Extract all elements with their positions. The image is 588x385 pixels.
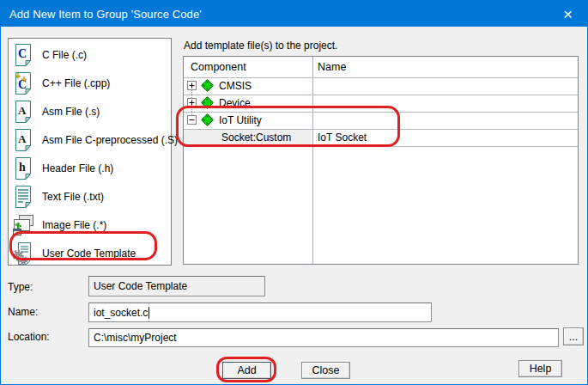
list-item-asm-file-preprocessed[interactable]: A Asm File C-preprocessed (.S) xyxy=(10,125,168,154)
tree-row-socket-custom[interactable]: Socket:Custom IoT Socket xyxy=(184,129,578,146)
tree-label[interactable]: Socket:Custom xyxy=(221,129,291,146)
browse-button[interactable]: ... xyxy=(563,327,584,345)
type-label: Type: xyxy=(8,281,33,293)
list-item-label: Asm File (.s) xyxy=(36,106,100,118)
list-item-header-file[interactable]: h Header File (.h) xyxy=(10,154,168,182)
text-caret xyxy=(149,307,149,319)
text-file-icon xyxy=(10,185,36,209)
name-label: Name: xyxy=(8,306,38,318)
tree-label[interactable]: CMSIS xyxy=(219,77,252,95)
component-diamond-icon xyxy=(201,96,214,109)
close-button[interactable]: × xyxy=(549,1,587,27)
name-input[interactable]: iot_socket.c xyxy=(88,302,432,322)
list-item-cpp-file[interactable]: C + + C++ File (.cpp) xyxy=(10,69,168,97)
titlebar[interactable]: Add New Item to Group 'Source Code' × xyxy=(1,1,587,27)
svg-text:h: h xyxy=(19,161,26,174)
list-item-text-file[interactable]: Text File (.txt) xyxy=(10,182,168,211)
component-diamond-icon xyxy=(201,113,214,126)
user-code-template-icon xyxy=(10,241,36,266)
type-field: User Code Template xyxy=(88,276,265,296)
asm-preprocessed-file-icon: A xyxy=(10,128,36,152)
tree-name-cell[interactable]: IoT Socket xyxy=(318,129,367,146)
expand-plus-icon[interactable] xyxy=(187,81,197,90)
image-file-icon xyxy=(10,214,36,236)
list-item-label: Asm File C-preprocessed (.S) xyxy=(36,134,178,146)
help-button[interactable]: Help xyxy=(518,360,562,377)
column-header-name[interactable]: Name xyxy=(318,57,346,77)
template-table[interactable]: Component Name xyxy=(183,56,579,265)
list-item-c-file[interactable]: C C File (.c) xyxy=(10,40,168,69)
list-item-image-file[interactable]: Image File (.*) xyxy=(10,211,168,239)
c-file-icon: C xyxy=(10,43,36,67)
list-item-label: User Code Template xyxy=(36,248,136,260)
add-new-item-dialog: Add New Item to Group 'Source Code' × C … xyxy=(0,0,588,385)
list-item-user-code-template[interactable]: User Code Template xyxy=(10,239,168,267)
tree-label[interactable]: Device xyxy=(219,95,251,112)
location-input[interactable]: C:\misc\myProject xyxy=(88,328,559,347)
svg-text:+: + xyxy=(15,71,21,81)
list-item-asm-file[interactable]: A Asm File (.s) xyxy=(10,97,168,125)
collapse-minus-icon[interactable] xyxy=(187,115,197,125)
list-item-label: C++ File (.cpp) xyxy=(36,77,110,89)
svg-text:+: + xyxy=(21,75,27,84)
tree-label[interactable]: IoT Utility xyxy=(219,112,262,129)
column-header-component[interactable]: Component xyxy=(191,57,246,77)
expand-plus-icon[interactable] xyxy=(187,98,197,107)
list-item-label: Header File (.h) xyxy=(36,162,113,174)
svg-text:A: A xyxy=(18,104,27,117)
list-item-label: Text File (.txt) xyxy=(36,191,104,203)
add-button[interactable]: Add xyxy=(222,362,271,379)
dialog-title: Add New Item to Group 'Source Code' xyxy=(1,8,202,21)
tree-row-cmsis[interactable]: CMSIS xyxy=(184,77,578,95)
header-file-icon: h xyxy=(10,156,36,180)
component-diamond-icon xyxy=(201,79,214,92)
svg-text:C: C xyxy=(18,47,27,60)
panel-caption: Add template file(s) to the project. xyxy=(184,40,337,52)
svg-text:A: A xyxy=(18,132,27,145)
file-type-list[interactable]: C C File (.c) C + + C++ File (.cpp) xyxy=(8,38,172,266)
close-icon: × xyxy=(563,6,573,22)
list-item-label: C File (.c) xyxy=(36,49,87,61)
list-item-label: Image File (.*) xyxy=(36,219,106,231)
tree-row-device[interactable]: Device xyxy=(184,95,578,112)
location-label: Location: xyxy=(8,331,50,343)
close-button-bottom[interactable]: Close xyxy=(301,362,350,379)
tree-row-iot-utility[interactable]: IoT Utility xyxy=(184,112,578,129)
asm-file-icon: A xyxy=(10,100,36,124)
cpp-file-icon: C + + xyxy=(10,71,36,95)
